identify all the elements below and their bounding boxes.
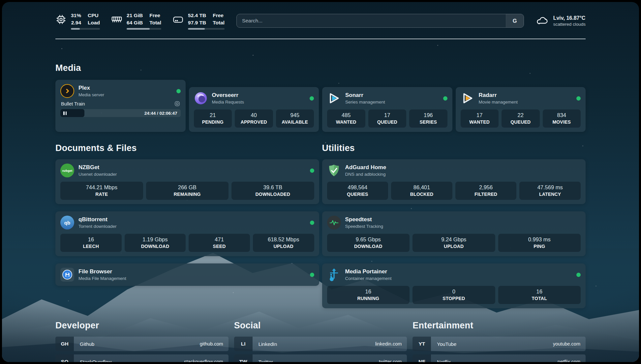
- utilities-section-title: Utilities: [322, 143, 586, 153]
- bookmark-url: twitter.com: [379, 359, 407, 362]
- developer-column: Developer GH Github github.com SO StackO…: [55, 308, 229, 362]
- stat-box: 834 MOVIES: [543, 109, 581, 128]
- radarr-card[interactable]: Radarr Movie management 17 WANTED 22 QUE…: [456, 87, 586, 132]
- portainer-title: Media Portainer: [345, 268, 392, 275]
- social-section-title: Social: [234, 320, 407, 331]
- radarr-title: Radarr: [479, 92, 518, 99]
- plex-progress-bar[interactable]: 24:44 / 02:06:47: [60, 109, 181, 117]
- filebrowser-status-dot: [310, 273, 314, 277]
- stat-box: 266 GB REMAINING: [146, 182, 229, 200]
- cpu-load-label: Load: [88, 19, 100, 26]
- disk-progress-bar: [188, 28, 225, 30]
- stat-box: 9.24 Gbps UPLOAD: [412, 234, 495, 252]
- stat-box: 471 SEED: [189, 234, 250, 252]
- memory-total-value: 64 GiB: [127, 19, 143, 26]
- bookmark-name: LinkedIn: [253, 341, 277, 347]
- stat-box: 47.569 ms LATENCY: [519, 182, 581, 200]
- stat-box: 22 QUEUED: [502, 109, 540, 128]
- stat-box: 39.6 TB DOWNLOADED: [231, 182, 314, 200]
- stat-box: 16 TOTAL: [498, 286, 581, 304]
- filebrowser-icon: [60, 268, 74, 282]
- utilities-column: Utilities AdGuard Home: [322, 132, 586, 308]
- bookmark-stackoverflow[interactable]: SO StackOverflow stackoverflow.com: [55, 354, 229, 362]
- bookmark-twitter[interactable]: TW Twitter twitter.com: [234, 354, 407, 362]
- stat-box: 485 WANTED: [327, 109, 365, 128]
- search-bar: G: [236, 14, 524, 28]
- stat-box: 2,956 FILTERED: [455, 182, 517, 200]
- stat-box: 1.19 Gbps DOWNLOAD: [125, 234, 186, 252]
- media-section-title: Media: [55, 63, 586, 73]
- overseerr-subtitle: Media Requests: [212, 100, 244, 105]
- cpu-load-value: 2.94: [71, 19, 81, 26]
- plex-time: 24:44 / 02:06:47: [144, 111, 181, 116]
- stat-box: 9.65 Gbps DOWNLOAD: [327, 234, 410, 252]
- bookmark-url: linkedin.com: [375, 341, 407, 347]
- stat-box: 196 SERIES: [409, 109, 447, 128]
- speedtest-subtitle: Speedtest Tracking: [345, 224, 383, 229]
- bookmark-abbr: NF: [412, 354, 431, 362]
- cpu-usage-label: CPU: [88, 12, 100, 19]
- cpu-usage-value: 31%: [71, 12, 81, 19]
- radarr-subtitle: Movie management: [479, 100, 518, 105]
- plex-subtitle: Media server: [78, 92, 104, 97]
- adguard-icon: [327, 164, 341, 177]
- bookmark-netflix[interactable]: NF Netflix netflix.com: [412, 354, 586, 362]
- memory-progress-bar: [127, 28, 161, 30]
- stat-box: 0.993 ms PING: [498, 234, 581, 252]
- cloud-icon: [536, 16, 549, 25]
- top-bar: 31% 2.94 CPU Load: [55, 2, 586, 30]
- filebrowser-card[interactable]: File Browser Media File Management: [55, 263, 319, 286]
- memory-free-label: Free: [149, 12, 161, 19]
- sonarr-card[interactable]: Sonarr Series management 485 WANTED 17 Q…: [322, 87, 452, 132]
- search-input[interactable]: [237, 14, 506, 27]
- memory-stat: 21 GiB 64 GiB Free Total: [111, 12, 161, 30]
- portainer-status-dot: [576, 273, 581, 277]
- qbittorrent-card[interactable]: qb qBittorrent Torrent downloader 16 LEE…: [55, 211, 319, 256]
- plex-icon: [60, 84, 74, 98]
- stat-box: 498,564 QUERIES: [327, 182, 388, 200]
- plex-card[interactable]: Plex Media server Bullet Train: [55, 80, 186, 132]
- cpu-stat: 31% 2.94 CPU Load: [55, 12, 100, 30]
- speedtest-title: Speedtest: [345, 216, 383, 223]
- disk-total-value: 97.9 TB: [188, 19, 206, 26]
- sonarr-subtitle: Series management: [345, 100, 385, 105]
- pause-icon: [63, 111, 67, 115]
- portainer-card[interactable]: Media Portainer Container management 16 …: [322, 263, 586, 308]
- stat-box: 21 PENDING: [194, 109, 232, 128]
- stat-box: 17 QUEUED: [368, 109, 407, 128]
- bookmark-github[interactable]: GH Github github.com: [55, 337, 229, 351]
- bookmark-url: youtube.com: [553, 341, 586, 347]
- dashboard-window: 31% 2.94 CPU Load: [2, 2, 639, 362]
- entertainment-column: Entertainment YT YouTube youtube.com NF …: [412, 308, 586, 362]
- speedtest-card[interactable]: Speedtest Speedtest Tracking 9.65 Gbps D…: [322, 211, 586, 256]
- weather-location-temp: Lviv, 16.87°C: [553, 15, 586, 21]
- bookmark-name: YouTube: [432, 341, 456, 347]
- documents-section-title: Documents & Files: [55, 143, 319, 153]
- bookmark-url: stackoverflow.com: [184, 359, 228, 362]
- bookmark-name: Twitter: [253, 359, 273, 362]
- nzbget-title: NZBGet: [78, 164, 117, 171]
- bookmark-youtube[interactable]: YT YouTube youtube.com: [412, 337, 586, 351]
- overseerr-card[interactable]: Overseerr Media Requests 21 PENDING 40 A…: [189, 87, 319, 132]
- documents-column: Documents & Files nzbget NZBGet Usenet d…: [55, 132, 319, 286]
- nzbget-subtitle: Usenet downloader: [78, 172, 117, 177]
- filebrowser-subtitle: Media File Management: [78, 276, 126, 281]
- nzbget-card[interactable]: nzbget NZBGet Usenet downloader 744.21 M…: [55, 159, 319, 204]
- memory-free-value: 21 GiB: [127, 12, 143, 19]
- adguard-card[interactable]: AdGuard Home DNS and adblocking 498,564 …: [322, 159, 586, 204]
- nzbget-icon: nzbget: [60, 164, 74, 177]
- bookmark-linkedin[interactable]: LI LinkedIn linkedin.com: [234, 337, 407, 351]
- stat-box: 40 APPROVED: [235, 109, 273, 128]
- header-divider: [55, 39, 586, 39]
- plex-title: Plex: [78, 85, 104, 91]
- weather-widget[interactable]: Lviv, 16.87°C scattered clouds: [536, 15, 586, 27]
- stat-box: 16 RUNNING: [327, 286, 410, 304]
- bookmark-name: Github: [75, 341, 94, 347]
- search-engine-button[interactable]: G: [506, 14, 524, 27]
- filebrowser-title: File Browser: [78, 268, 126, 275]
- nzbget-status-dot: [310, 168, 314, 173]
- media-session-icon: [174, 101, 180, 106]
- system-stats: 31% 2.94 CPU Load: [55, 12, 225, 30]
- overseerr-title: Overseerr: [212, 92, 244, 99]
- disk-free-value: 52.4 TB: [188, 12, 206, 19]
